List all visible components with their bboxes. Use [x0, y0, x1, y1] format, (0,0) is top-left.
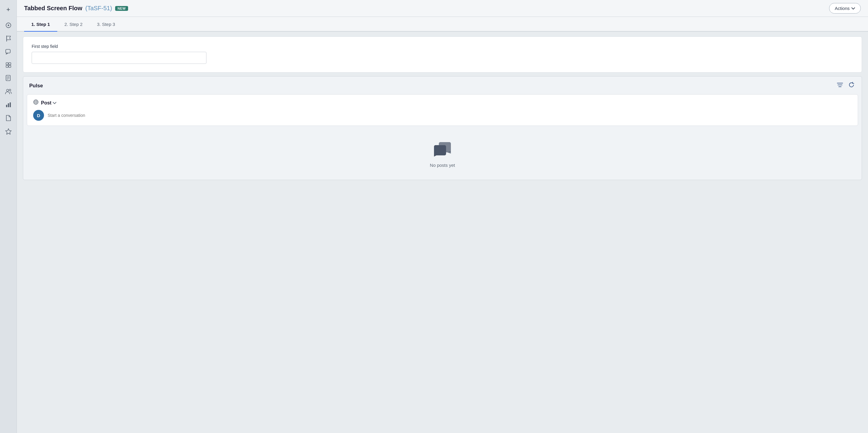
- header: Tabbed Screen Flow (TaSF-51) NEW Actions: [17, 0, 868, 17]
- svg-rect-7: [9, 65, 11, 67]
- files-icon[interactable]: [2, 112, 14, 124]
- no-posts-area: No posts yet: [23, 130, 862, 180]
- tab-step1[interactable]: 1. Step 1: [24, 17, 57, 32]
- chart-icon[interactable]: [2, 99, 14, 111]
- pulse-section: Pulse: [23, 76, 862, 180]
- document-icon[interactable]: [2, 72, 14, 84]
- page-id: (TaSF-51): [85, 5, 112, 12]
- svg-rect-16: [10, 102, 11, 107]
- first-step-field[interactable]: [32, 52, 207, 64]
- content-area: 1. Step 1 2. Step 2 3. Step 3 First step…: [17, 17, 868, 433]
- grid-icon[interactable]: [2, 59, 14, 71]
- main-content: Tabbed Screen Flow (TaSF-51) NEW Actions…: [17, 0, 868, 433]
- filter-icon[interactable]: [836, 81, 844, 90]
- pulse-header: Pulse: [23, 76, 862, 94]
- svg-rect-6: [6, 65, 8, 67]
- svg-point-13: [9, 89, 11, 91]
- svg-point-21: [35, 100, 37, 104]
- svg-point-12: [6, 90, 8, 92]
- svg-point-20: [34, 100, 38, 104]
- pulse-actions: [836, 81, 856, 91]
- pulse-title: Pulse: [29, 83, 43, 89]
- svg-point-1: [7, 25, 9, 26]
- actions-label: Actions: [835, 6, 849, 11]
- svg-rect-14: [6, 105, 7, 107]
- people-icon[interactable]: [2, 86, 14, 98]
- add-icon[interactable]: +: [2, 4, 14, 16]
- conversation-input[interactable]: [48, 113, 852, 118]
- globe-icon: [33, 99, 38, 106]
- post-type-row: Post: [33, 99, 852, 106]
- dashboard-icon[interactable]: [2, 19, 14, 31]
- sidebar: +: [0, 0, 17, 433]
- speech-bubbles-icon: [433, 141, 452, 158]
- no-posts-text: No posts yet: [430, 163, 455, 168]
- header-left: Tabbed Screen Flow (TaSF-51) NEW: [24, 5, 128, 12]
- chevron-down-icon: [851, 7, 855, 10]
- page-title: Tabbed Screen Flow: [24, 5, 82, 12]
- flag-icon[interactable]: [2, 33, 14, 44]
- avatar: D: [33, 110, 44, 121]
- new-badge: NEW: [115, 6, 128, 11]
- tabs-bar: 1. Step 1 2. Step 2 3. Step 3: [17, 17, 868, 32]
- svg-rect-15: [8, 103, 9, 107]
- post-type-label: Post: [41, 100, 52, 106]
- post-composer: Post D: [27, 94, 858, 126]
- svg-rect-4: [6, 63, 8, 65]
- field-label: First step field: [32, 44, 853, 49]
- svg-rect-25: [439, 142, 451, 153]
- no-posts-icon: [433, 141, 452, 158]
- tab-step2[interactable]: 2. Step 2: [57, 17, 90, 32]
- composer-row: D: [33, 110, 852, 121]
- svg-rect-5: [9, 63, 11, 65]
- actions-button[interactable]: Actions: [829, 3, 861, 13]
- post-type-button[interactable]: Post: [41, 100, 56, 106]
- refresh-icon[interactable]: [847, 81, 856, 91]
- svg-rect-3: [6, 49, 10, 53]
- star-icon[interactable]: [2, 125, 14, 137]
- chat-icon[interactable]: [2, 46, 14, 58]
- post-chevron-icon: [53, 102, 56, 104]
- tab-step3[interactable]: 3. Step 3: [90, 17, 122, 32]
- form-card: First step field: [23, 36, 862, 73]
